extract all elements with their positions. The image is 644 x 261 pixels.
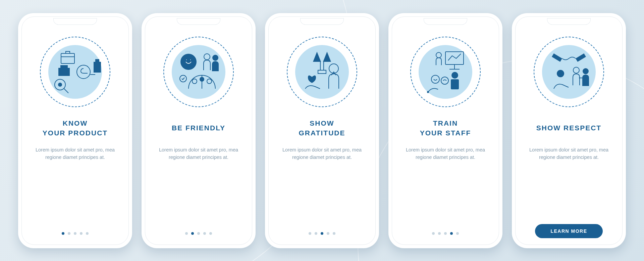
- screen-title: BE FRIENDLY: [172, 119, 225, 138]
- dot[interactable]: [438, 232, 441, 235]
- dot[interactable]: [456, 232, 459, 235]
- dot[interactable]: [74, 232, 76, 235]
- svg-point-8: [186, 59, 187, 60]
- dot[interactable]: [327, 232, 329, 235]
- dot[interactable]: [62, 232, 64, 235]
- svg-point-29: [583, 68, 589, 74]
- screen-description: Lorem ipsum dolor sit amet pro, mea regi…: [275, 146, 369, 161]
- svg-point-22: [451, 72, 458, 79]
- dot[interactable]: [209, 232, 212, 235]
- dot[interactable]: [333, 232, 335, 235]
- svg-rect-2: [61, 53, 74, 63]
- screen-title: SHOW GRATITUDE: [299, 119, 345, 138]
- svg-point-24: [431, 75, 439, 83]
- svg-point-9: [190, 59, 191, 60]
- learn-more-button[interactable]: LEARN MORE: [535, 224, 602, 238]
- svg-rect-23: [451, 79, 459, 89]
- dot[interactable]: [68, 232, 70, 235]
- svg-rect-19: [445, 52, 464, 64]
- phone-screen-4: TRAIN YOUR STAFF Lorem ipsum dolor sit a…: [388, 13, 502, 248]
- dot[interactable]: [191, 232, 194, 235]
- dot[interactable]: [309, 232, 311, 235]
- screen-description: Lorem ipsum dolor sit amet pro, mea regi…: [152, 146, 246, 161]
- svg-point-12: [180, 75, 186, 82]
- svg-point-6: [58, 83, 62, 87]
- page-indicator: [185, 232, 212, 235]
- svg-rect-3: [60, 65, 68, 68]
- svg-point-28: [573, 67, 579, 73]
- screen-description: Lorem ipsum dolor sit amet pro, mea regi…: [28, 146, 122, 161]
- svg-point-14: [192, 79, 197, 84]
- be-friendly-icon: [160, 33, 237, 111]
- screen-title: SHOW RESPECT: [536, 119, 601, 138]
- dot[interactable]: [450, 232, 453, 235]
- phone-screen-5: SHOW RESPECT Lorem ipsum dolor sit amet …: [512, 13, 626, 248]
- dot[interactable]: [315, 232, 317, 235]
- screen-title: TRAIN YOUR STAFF: [420, 119, 471, 138]
- svg-point-27: [557, 70, 564, 77]
- screen-description: Lorem ipsum dolor sit amet pro, mea regi…: [522, 146, 616, 161]
- page-indicator: [309, 232, 335, 235]
- screen-description: Lorem ipsum dolor sit amet pro, mea regi…: [398, 146, 492, 161]
- dot[interactable]: [185, 232, 188, 235]
- phone-screen-1: KNOW YOUR PRODUCT Lorem ipsum dolor sit …: [18, 13, 132, 248]
- know-product-icon: [37, 33, 114, 111]
- dot[interactable]: [203, 232, 206, 235]
- svg-point-10: [204, 54, 210, 60]
- screen-title: KNOW YOUR PRODUCT: [43, 119, 108, 138]
- page-indicator: [62, 232, 89, 235]
- svg-point-26: [427, 91, 429, 93]
- dot[interactable]: [197, 232, 200, 235]
- dot[interactable]: [444, 232, 447, 235]
- dot[interactable]: [86, 232, 89, 235]
- svg-line-5: [64, 88, 68, 93]
- dot[interactable]: [80, 232, 83, 235]
- svg-point-11: [212, 55, 218, 61]
- dot[interactable]: [432, 232, 435, 235]
- phone-screen-3: SHOW GRATITUDE Lorem ipsum dolor sit ame…: [265, 13, 379, 248]
- train-staff-icon: [407, 33, 484, 111]
- svg-point-16: [207, 79, 212, 84]
- phone-screen-2: BE FRIENDLY Lorem ipsum dolor sit amet p…: [142, 13, 256, 248]
- svg-point-15: [200, 77, 204, 82]
- dot[interactable]: [321, 232, 323, 235]
- svg-point-25: [441, 77, 448, 84]
- page-indicator: [432, 232, 459, 235]
- show-gratitude-icon: [283, 33, 361, 111]
- onboarding-row: KNOW YOUR PRODUCT Lorem ipsum dolor sit …: [18, 13, 626, 248]
- svg-point-0: [77, 65, 90, 79]
- svg-point-7: [180, 54, 197, 70]
- show-respect-icon: [530, 33, 607, 111]
- svg-point-18: [436, 52, 441, 58]
